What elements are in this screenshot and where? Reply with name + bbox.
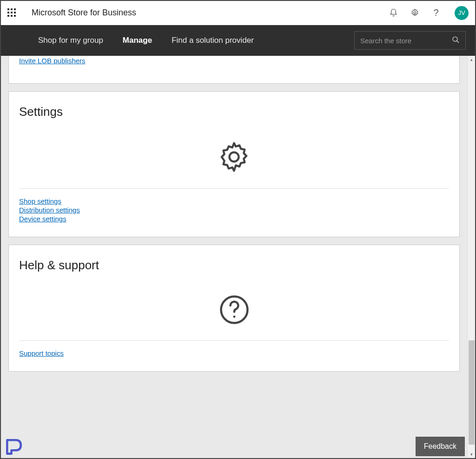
search-box[interactable] [354, 31, 466, 50]
link-invite-lob[interactable]: Invite LOB publishers [19, 57, 86, 65]
nav-shop[interactable]: Shop for my group [38, 36, 103, 45]
settings-gear-icon[interactable] [410, 8, 419, 18]
nav-solution-provider[interactable]: Find a solution provider [172, 36, 254, 45]
nav-manage[interactable]: Manage [123, 36, 152, 45]
feedback-button[interactable]: Feedback [416, 437, 465, 456]
question-circle-icon [19, 276, 449, 340]
card-lob: Invite LOB publishers [8, 56, 460, 84]
card-help: Help & support Support topics [8, 245, 460, 372]
scroll-up-icon[interactable]: ▴ [468, 56, 475, 63]
scroll-thumb[interactable] [469, 340, 475, 445]
search-input[interactable] [360, 37, 452, 45]
svg-point-1 [453, 37, 457, 41]
gear-icon [19, 123, 449, 188]
svg-point-0 [414, 12, 416, 14]
notifications-icon[interactable] [389, 8, 398, 18]
svg-point-3 [230, 153, 239, 162]
link-support-topics[interactable]: Support topics [19, 349, 64, 357]
link-device-settings[interactable]: Device settings [19, 215, 66, 223]
nav-bar: Shop for my group Manage Find a solution… [1, 25, 475, 56]
card-settings: Settings Shop settings Distribution sett… [8, 91, 460, 237]
content-area: Invite LOB publishers Settings Shop sett… [1, 56, 467, 458]
link-shop-settings[interactable]: Shop settings [19, 197, 61, 205]
top-header: Microsoft Store for Business ? JV [1, 1, 475, 25]
svg-point-5 [233, 316, 235, 318]
search-icon[interactable] [452, 36, 460, 46]
link-distribution-settings[interactable]: Distribution settings [19, 206, 80, 214]
brand-title: Microsoft Store for Business [32, 8, 136, 18]
help-icon[interactable]: ? [431, 8, 441, 18]
svg-line-2 [457, 40, 459, 42]
app-launcher-icon[interactable] [7, 8, 17, 18]
scroll-down-icon[interactable]: ▾ [468, 451, 475, 458]
settings-title: Settings [19, 92, 449, 123]
help-title: Help & support [19, 245, 449, 276]
scrollbar[interactable]: ▴ ▾ [467, 56, 475, 458]
avatar[interactable]: JV [455, 6, 469, 20]
